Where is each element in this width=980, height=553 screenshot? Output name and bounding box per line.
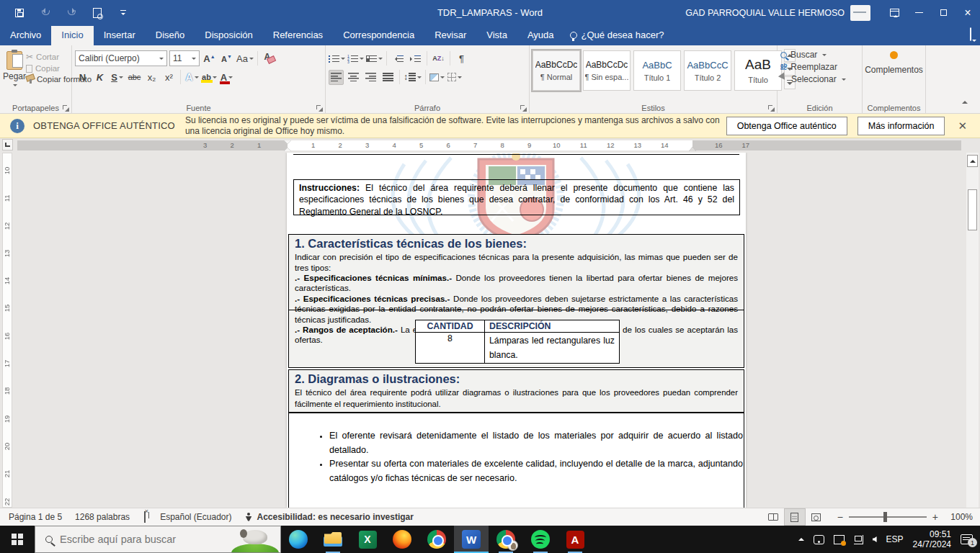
style-card[interactable]: AaBbC Título 1 <box>633 50 681 91</box>
section1-box[interactable]: 1. Características técnicas de los biene… <box>288 234 744 368</box>
tray-expand-icon[interactable] <box>798 535 804 541</box>
zoom-slider[interactable] <box>849 516 927 518</box>
style-card[interactable]: AaBbCcC Título 2 <box>684 50 731 91</box>
more-info-button[interactable]: Más información <box>858 117 945 135</box>
tab-vista[interactable]: Vista <box>476 26 517 45</box>
bullet-section-box[interactable]: El oferente revisará detenidamente el li… <box>288 413 744 508</box>
account-name[interactable]: GAD PARROQUIAL VALLE HERMOSO <box>685 8 845 18</box>
redo-button[interactable] <box>63 5 79 21</box>
clock[interactable]: 09:51 24/7/2024 <box>913 529 951 549</box>
shrink-font-button[interactable]: A▼ <box>219 51 234 66</box>
tab-ayuda[interactable]: Ayuda <box>517 26 564 45</box>
keyboard-language[interactable]: ESP <box>886 534 904 544</box>
horizontal-ruler[interactable]: 32112345678910111213141617 <box>17 140 961 150</box>
taskbar-app-excel[interactable]: X <box>350 526 385 553</box>
search-input[interactable] <box>60 534 211 545</box>
ribbon-display-options-button[interactable] <box>882 0 906 25</box>
section2-box[interactable]: 2. Diagramas o ilustraciones: El técnico… <box>288 369 744 413</box>
restore-button[interactable] <box>931 0 956 25</box>
font-name-combo[interactable]: Calibri (Cuerpo) <box>75 50 167 66</box>
taskbar-app-acrobat[interactable]: A <box>558 526 592 553</box>
zoom-out-button[interactable]: − <box>837 511 843 523</box>
text-effects-button[interactable]: A <box>184 70 200 85</box>
superscript-button[interactable]: x² <box>161 70 177 85</box>
numbering-button[interactable] <box>347 51 364 66</box>
increase-indent-button[interactable] <box>408 51 423 66</box>
clipboard-dialog-launcher[interactable] <box>62 104 69 112</box>
hanging-indent-marker[interactable] <box>284 144 291 151</box>
taskbar-app-chrome[interactable] <box>419 526 454 553</box>
warning-close-icon[interactable]: ✕ <box>955 120 970 132</box>
customize-quick-access-button[interactable] <box>115 5 131 21</box>
instructions-box[interactable]: Instrucciones: El técnico del área requi… <box>293 179 740 215</box>
document-page[interactable]: Instrucciones: El técnico del área requi… <box>287 153 746 508</box>
notification-center-icon[interactable]: 1 <box>961 534 973 544</box>
taskbar-app-spotify[interactable] <box>523 526 558 553</box>
align-right-button[interactable] <box>363 70 378 85</box>
tab-archivo[interactable]: Archivo <box>0 26 51 45</box>
start-button[interactable] <box>0 526 35 553</box>
strikethrough-button[interactable]: abc <box>127 70 142 85</box>
font-color-button[interactable]: A <box>219 70 234 85</box>
style-card[interactable]: AaBbCcDc ¶ Normal <box>533 50 580 91</box>
font-size-combo[interactable]: 11 <box>169 50 200 66</box>
scrollbar-thumb[interactable] <box>968 189 977 230</box>
select-button[interactable]: Seleccionar <box>780 74 859 84</box>
taskbar-app-edge[interactable] <box>281 526 316 553</box>
comments-button[interactable] <box>970 28 971 41</box>
underline-button[interactable]: S <box>110 70 125 85</box>
taskbar-app-word[interactable]: W <box>454 526 489 553</box>
vertical-ruler[interactable]: 10111213141516171819202122 <box>2 153 12 508</box>
tab-referencias[interactable]: Referencias <box>263 26 333 45</box>
clear-formatting-button[interactable] <box>262 51 277 66</box>
paste-button[interactable]: Pegar <box>3 49 26 102</box>
subscript-button[interactable]: x₂ <box>144 70 159 85</box>
italic-button[interactable]: K <box>92 70 107 85</box>
grow-font-button[interactable]: A▲ <box>202 51 217 66</box>
web-layout-button[interactable] <box>806 508 827 526</box>
accessibility-checker[interactable]: Accesibilidad: es necesario investigar <box>239 512 420 522</box>
network-icon[interactable] <box>854 535 863 544</box>
word-count[interactable]: 1268 palabras <box>68 512 136 522</box>
align-center-button[interactable] <box>346 70 361 85</box>
avatar[interactable] <box>850 5 870 21</box>
multilevel-list-button[interactable] <box>366 51 383 66</box>
meet-now-icon[interactable] <box>814 535 824 544</box>
font-dialog-launcher[interactable] <box>316 104 323 112</box>
tab-revisar[interactable]: Revisar <box>424 26 476 45</box>
shading-button[interactable] <box>429 70 445 85</box>
save-button[interactable] <box>12 5 27 21</box>
close-button[interactable]: × <box>956 0 980 25</box>
show-marks-button[interactable]: ¶ <box>454 51 469 66</box>
tab-correspondencia[interactable]: Correspondencia <box>333 26 424 45</box>
zoom-in-button[interactable]: + <box>932 511 938 523</box>
print-preview-button[interactable] <box>89 5 105 21</box>
taskbar-app-firefox[interactable] <box>385 526 419 553</box>
zoom-slider-thumb[interactable] <box>883 512 887 522</box>
tab-insertar[interactable]: Insertar <box>94 26 146 45</box>
zoom-level[interactable]: 100% <box>945 512 973 522</box>
text-highlight-button[interactable]: ab <box>202 70 217 85</box>
paste-dropdown-icon[interactable] <box>13 84 17 89</box>
replace-button[interactable]: abacReemplazar <box>780 62 859 72</box>
page-indicator[interactable]: Página 1 de 5 <box>0 512 68 522</box>
minimize-button[interactable] <box>906 0 931 25</box>
display-notification-icon[interactable] <box>834 535 845 544</box>
right-indent-marker[interactable] <box>689 143 696 151</box>
bold-button[interactable]: N <box>75 70 90 85</box>
language-indicator[interactable]: Español (Ecuador) <box>153 512 238 522</box>
change-case-button[interactable]: Aa <box>236 51 254 66</box>
taskbar-app-file-explorer[interactable] <box>316 526 350 553</box>
line-spacing-button[interactable]: ↕ <box>404 70 422 85</box>
addin-icon[interactable] <box>890 51 898 59</box>
vertical-scrollbar[interactable] <box>966 153 979 508</box>
proofing-errors-button[interactable] <box>136 512 153 522</box>
style-card[interactable]: AaBbCcDc ¶ Sin espa... <box>583 50 631 91</box>
paragraph-dialog-launcher[interactable] <box>520 104 527 112</box>
read-mode-button[interactable] <box>762 508 784 526</box>
get-genuine-office-button[interactable]: Obtenga Office auténtico <box>726 117 847 135</box>
borders-button[interactable] <box>447 70 462 85</box>
style-card[interactable]: AaB Título <box>734 50 782 91</box>
volume-icon[interactable] <box>873 536 877 542</box>
tab-diseno[interactable]: Diseño <box>146 26 195 45</box>
